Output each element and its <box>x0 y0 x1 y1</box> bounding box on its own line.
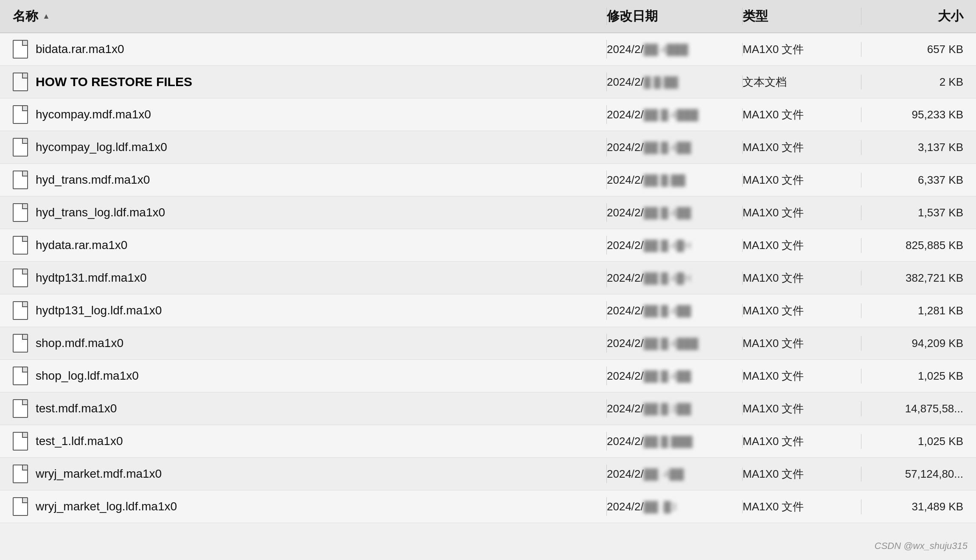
file-name: HOW TO RESTORE FILES <box>36 75 192 89</box>
file-date: 2024/2/██ █·4███ <box>607 108 743 121</box>
file-name: test.mdf.ma1x0 <box>36 402 117 415</box>
date-blurred: ██ █ ███ <box>644 436 693 448</box>
header-name-col[interactable]: 名称 ▲ <box>13 8 607 25</box>
date-prefix: 2024/2/ <box>607 272 644 284</box>
header-date-label: 修改日期 <box>607 8 658 25</box>
date-blurred: ██ █·3██ <box>644 403 691 415</box>
file-name: hydtp131_log.ldf.ma1x0 <box>36 304 162 317</box>
table-row[interactable]: hyd_trans_log.ldf.ma1x0 2024/2/██ █·4██ … <box>0 196 976 229</box>
file-icon <box>13 203 28 222</box>
file-type: MA1X0 文件 <box>743 401 861 416</box>
file-icon <box>13 465 28 483</box>
file-icon <box>13 105 28 124</box>
table-row[interactable]: wryj_market_log.ldf.ma1x0 2024/2/██ ·█3 … <box>0 490 976 523</box>
file-date: 2024/2/█ █·██ <box>607 76 743 89</box>
table-row[interactable]: bidata.rar.ma1x0 2024/2/██·4███ MA1X0 文件… <box>0 33 976 66</box>
header-type-col[interactable]: 类型 <box>743 8 861 25</box>
date-blurred: ██ █·4█H <box>644 272 691 284</box>
file-date: 2024/2/██ █ ███ <box>607 435 743 448</box>
file-name: hycompay_log.ldf.ma1x0 <box>36 140 167 154</box>
file-size: 1,025 KB <box>861 370 963 383</box>
table-row[interactable]: wryj_market.mdf.ma1x0 2024/2/██ ·4██ MA1… <box>0 458 976 490</box>
header-name-label: 名称 <box>13 8 38 25</box>
file-size: 95,233 KB <box>861 108 963 121</box>
file-type: MA1X0 文件 <box>743 205 861 220</box>
file-icon <box>13 73 28 91</box>
file-name-cell: bidata.rar.ma1x0 <box>13 40 607 59</box>
file-name-cell: hydtp131_log.ldf.ma1x0 <box>13 301 607 320</box>
table-header: 名称 ▲ 修改日期 类型 大小 <box>0 0 976 33</box>
table-row[interactable]: HOW TO RESTORE FILES 2024/2/█ █·██ 文本文档 … <box>0 66 976 98</box>
header-type-label: 类型 <box>743 8 768 25</box>
date-blurred: ██ ·4██ <box>644 468 684 480</box>
file-date: 2024/2/██ █·4██ <box>607 370 743 383</box>
table-row[interactable]: hycompay.mdf.ma1x0 2024/2/██ █·4███ MA1X… <box>0 98 976 131</box>
file-name: hyd_trans_log.ldf.ma1x0 <box>36 206 165 219</box>
table-row[interactable]: hydtp131.mdf.ma1x0 2024/2/██ █·4█H MA1X0… <box>0 262 976 294</box>
file-name: shop_log.ldf.ma1x0 <box>36 369 139 383</box>
file-size: 2 KB <box>861 76 963 89</box>
file-name-cell: HOW TO RESTORE FILES <box>13 73 607 91</box>
file-size: 382,721 KB <box>861 272 963 285</box>
file-icon <box>13 497 28 516</box>
file-size: 1,281 KB <box>861 304 963 317</box>
sort-arrow-icon: ▲ <box>42 12 50 21</box>
file-icon <box>13 334 28 353</box>
file-name-cell: hyd_trans_log.ldf.ma1x0 <box>13 203 607 222</box>
file-name-cell: hycompay.mdf.ma1x0 <box>13 105 607 124</box>
file-type: MA1X0 文件 <box>743 369 861 384</box>
date-blurred: ██ █·4███ <box>644 109 698 121</box>
date-blurred: ██ ·█3 <box>644 501 677 513</box>
table-row[interactable]: hydata.rar.ma1x0 2024/2/██ █·4█H MA1X0 文… <box>0 229 976 262</box>
file-name-cell: shop_log.ldf.ma1x0 <box>13 367 607 385</box>
date-prefix: 2024/2/ <box>607 500 644 513</box>
date-blurred: ██ █·4██ <box>644 207 691 219</box>
date-prefix: 2024/2/ <box>607 337 644 350</box>
file-name: hyd_trans.mdf.ma1x0 <box>36 173 150 187</box>
file-name-cell: wryj_market_log.ldf.ma1x0 <box>13 497 607 516</box>
table-row[interactable]: test_1.ldf.ma1x0 2024/2/██ █ ███ MA1X0 文… <box>0 425 976 458</box>
file-name: bidata.rar.ma1x0 <box>36 42 124 56</box>
date-prefix: 2024/2/ <box>607 76 644 88</box>
file-date: 2024/2/██ █·4█H <box>607 272 743 285</box>
table-row[interactable]: hyd_trans.mdf.ma1x0 2024/2/██ █·██ MA1X0… <box>0 164 976 196</box>
file-type: MA1X0 文件 <box>743 140 861 155</box>
table-row[interactable]: shop.mdf.ma1x0 2024/2/██ █·4███ MA1X0 文件… <box>0 327 976 360</box>
date-blurred: ██ █·4█H <box>644 240 691 252</box>
file-name-cell: test_1.ldf.ma1x0 <box>13 432 607 451</box>
table-row[interactable]: test.mdf.ma1x0 2024/2/██ █·3██ MA1X0 文件 … <box>0 392 976 425</box>
file-name: test_1.ldf.ma1x0 <box>36 434 123 448</box>
file-name-cell: hydtp131.mdf.ma1x0 <box>13 269 607 287</box>
file-date: 2024/2/██ █·4██ <box>607 141 743 154</box>
file-size: 6,337 KB <box>861 174 963 187</box>
table-row[interactable]: hycompay_log.ldf.ma1x0 2024/2/██ █·4██ M… <box>0 131 976 164</box>
table-row[interactable]: shop_log.ldf.ma1x0 2024/2/██ █·4██ MA1X0… <box>0 360 976 392</box>
file-size: 94,209 KB <box>861 337 963 350</box>
date-prefix: 2024/2/ <box>607 206 644 219</box>
table-row[interactable]: hydtp131_log.ldf.ma1x0 2024/2/██ █·4██ M… <box>0 294 976 327</box>
file-icon <box>13 236 28 255</box>
file-size: 1,025 KB <box>861 435 963 448</box>
file-name: hycompay.mdf.ma1x0 <box>36 108 151 121</box>
file-type: MA1X0 文件 <box>743 107 861 122</box>
file-icon <box>13 171 28 189</box>
date-prefix: 2024/2/ <box>607 402 644 415</box>
file-date: 2024/2/██ █·4█H <box>607 239 743 252</box>
header-size-col[interactable]: 大小 <box>861 8 963 25</box>
file-type: MA1X0 文件 <box>743 467 861 482</box>
header-date-col[interactable]: 修改日期 <box>607 8 743 25</box>
file-date: 2024/2/██ ·█3 <box>607 500 743 513</box>
file-size: 3,137 KB <box>861 141 963 154</box>
file-type: MA1X0 文件 <box>743 303 861 318</box>
file-icon <box>13 367 28 385</box>
file-type: MA1X0 文件 <box>743 499 861 514</box>
file-type: MA1X0 文件 <box>743 42 861 57</box>
file-name-cell: shop.mdf.ma1x0 <box>13 334 607 353</box>
file-icon <box>13 432 28 451</box>
watermark: CSDN @wx_shuju315 <box>875 540 968 552</box>
date-prefix: 2024/2/ <box>607 435 644 448</box>
file-name: hydtp131.mdf.ma1x0 <box>36 271 147 285</box>
date-prefix: 2024/2/ <box>607 43 644 56</box>
file-date: 2024/2/██ █·4██ <box>607 304 743 317</box>
file-date: 2024/2/██ █·3██ <box>607 402 743 415</box>
